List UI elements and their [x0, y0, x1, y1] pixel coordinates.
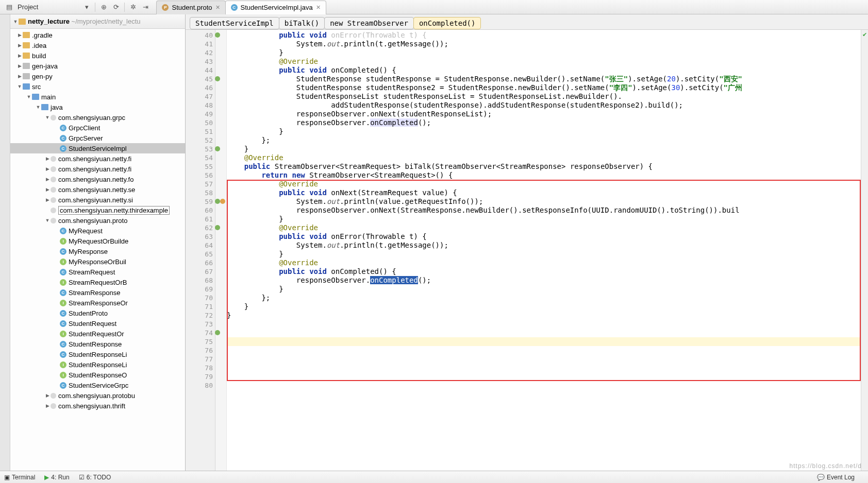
- line-number[interactable]: 55: [186, 162, 213, 171]
- implements-marker-icon[interactable]: [220, 199, 225, 204]
- tree-item[interactable]: CStreamRequest: [10, 267, 185, 277]
- line-number[interactable]: 56: [186, 171, 213, 180]
- tree-item[interactable]: ▶gen-py: [10, 71, 185, 81]
- event-log-button[interactable]: 💬 Event Log: [817, 474, 855, 481]
- line-number[interactable]: 45: [186, 75, 213, 83]
- project-root[interactable]: ▼ netty_lecture ~/myproject/netty_lectu: [10, 14, 185, 29]
- tree-item[interactable]: ▼main: [10, 92, 185, 102]
- tree-item[interactable]: IStreamResponseOr: [10, 298, 185, 308]
- tree-item[interactable]: CStudentServiceImpl: [10, 143, 185, 153]
- tree-item[interactable]: ▶com.shengsiyuan.netty.fo: [10, 174, 185, 184]
- chevron-icon[interactable]: ▶: [44, 393, 51, 398]
- breadcrumb-class[interactable]: StudentServiceImpl: [190, 17, 279, 29]
- line-number[interactable]: 48: [186, 101, 213, 110]
- line-number[interactable]: 61: [186, 215, 213, 223]
- line-number-gutter[interactable]: 4041424344454647484950515253545556575859…: [186, 30, 215, 471]
- chevron-icon[interactable]: ▼: [44, 218, 51, 223]
- tree-item[interactable]: ▶com.shengsiyuan.netty.fi: [10, 164, 185, 174]
- tree-item[interactable]: CStudentResponse: [10, 339, 185, 349]
- override-marker-icon[interactable]: [215, 199, 220, 204]
- tree-item[interactable]: com.shengsiyuan.netty.thirdexample: [10, 205, 185, 215]
- chevron-icon[interactable]: ▶: [16, 74, 23, 79]
- project-structure-icon[interactable]: ▤: [5, 3, 13, 11]
- line-number[interactable]: 49: [186, 110, 213, 118]
- breadcrumb-inner-method[interactable]: onCompleted(): [413, 17, 481, 29]
- close-icon[interactable]: ✕: [215, 4, 220, 11]
- line-number[interactable]: 60: [186, 206, 213, 215]
- chevron-icon[interactable]: ▶: [44, 187, 51, 192]
- chevron-icon[interactable]: ▶: [16, 43, 23, 48]
- tree-item[interactable]: CMyRequest: [10, 226, 185, 236]
- line-number[interactable]: 41: [186, 40, 213, 48]
- line-number[interactable]: 79: [186, 372, 213, 381]
- terminal-button[interactable]: ▣ Terminal: [4, 474, 35, 481]
- line-number[interactable]: 65: [186, 250, 213, 258]
- project-tree[interactable]: ▶.gradle▶.idea▶build▶gen-java▶gen-py▼src…: [10, 29, 185, 471]
- line-number[interactable]: 57: [186, 180, 213, 188]
- tree-item[interactable]: ▶com.shengsiyuan.netty.si: [10, 195, 185, 205]
- tree-item[interactable]: CStudentResponseLi: [10, 349, 185, 359]
- run-button[interactable]: ▶ 4: Run: [44, 474, 69, 481]
- tree-item[interactable]: ▶com.shengsiyuan.netty.fi: [10, 153, 185, 164]
- line-number[interactable]: 62: [186, 223, 213, 232]
- gear-icon[interactable]: ✲: [129, 3, 137, 11]
- tree-item[interactable]: ▶.gradle: [10, 30, 185, 40]
- todo-button[interactable]: ☑ 6: TODO: [79, 474, 111, 481]
- line-number[interactable]: 50: [186, 118, 213, 127]
- line-number[interactable]: 42: [186, 48, 213, 57]
- chevron-icon[interactable]: ▶: [16, 53, 23, 58]
- line-number[interactable]: 78: [186, 364, 213, 372]
- line-number[interactable]: 53: [186, 145, 213, 153]
- tree-item[interactable]: IStudentResponseLi: [10, 359, 185, 370]
- line-number[interactable]: 68: [186, 276, 213, 285]
- line-number[interactable]: 72: [186, 311, 213, 320]
- line-number[interactable]: 74: [186, 329, 213, 337]
- override-marker-icon[interactable]: [215, 146, 220, 151]
- line-number[interactable]: 67: [186, 267, 213, 276]
- chevron-icon[interactable]: ▶: [16, 32, 23, 38]
- chevron-icon[interactable]: ▶: [44, 166, 51, 171]
- tree-item[interactable]: ▼src: [10, 81, 185, 92]
- tree-item[interactable]: CStudentProto: [10, 308, 185, 318]
- tree-item[interactable]: ▼java: [10, 102, 185, 112]
- chevron-icon[interactable]: ▶: [44, 156, 51, 161]
- line-number[interactable]: 69: [186, 285, 213, 294]
- tree-item[interactable]: CStudentRequest: [10, 318, 185, 329]
- chevron-icon[interactable]: ▼: [16, 84, 23, 89]
- tree-item[interactable]: ▶com.shengsiyuan.netty.se: [10, 184, 185, 195]
- override-marker-icon[interactable]: [215, 32, 220, 38]
- line-number[interactable]: 80: [186, 381, 213, 390]
- target-icon[interactable]: ⊕: [99, 3, 108, 11]
- tab-student-proto[interactable]: P Student.proto ✕: [156, 1, 225, 14]
- tree-item[interactable]: CMyResponse: [10, 246, 185, 256]
- line-number[interactable]: 70: [186, 294, 213, 302]
- tab-studentserviceimpl[interactable]: C StudentServiceImpl.java ✕: [225, 1, 326, 14]
- tree-item[interactable]: ▼com.shengsiyuan.proto: [10, 215, 185, 226]
- chevron-icon[interactable]: ▼: [35, 105, 41, 110]
- line-number[interactable]: 64: [186, 241, 213, 250]
- line-number[interactable]: 52: [186, 136, 213, 145]
- line-number[interactable]: 66: [186, 258, 213, 267]
- tree-item[interactable]: CGrpcClient: [10, 123, 185, 133]
- tree-item[interactable]: ▶com.shengsiyuan.thrift: [10, 401, 185, 411]
- line-number[interactable]: 73: [186, 320, 213, 329]
- tree-item[interactable]: ▼com.shengsiyuan.grpc: [10, 112, 185, 123]
- chevron-icon[interactable]: ▼: [44, 115, 51, 120]
- breadcrumb-anon[interactable]: new StreamObserver: [324, 17, 414, 29]
- tree-item[interactable]: CStreamResponse: [10, 287, 185, 298]
- override-marker-icon[interactable]: [215, 225, 220, 230]
- line-number[interactable]: 43: [186, 57, 213, 66]
- tree-item[interactable]: ▶gen-java: [10, 61, 185, 71]
- line-number[interactable]: 40: [186, 31, 213, 40]
- tree-item[interactable]: IMyRequestOrBuilde: [10, 236, 185, 246]
- line-number[interactable]: 71: [186, 302, 213, 311]
- line-number[interactable]: 75: [186, 337, 213, 346]
- tree-item[interactable]: IStreamRequestOrB: [10, 277, 185, 287]
- project-toolwindow-label[interactable]: Project: [18, 3, 38, 11]
- line-number[interactable]: 47: [186, 92, 213, 101]
- line-number[interactable]: 54: [186, 153, 213, 162]
- chevron-icon[interactable]: ▼: [26, 94, 32, 99]
- line-number[interactable]: 59: [186, 197, 213, 206]
- override-marker-icon[interactable]: [215, 330, 220, 335]
- tree-item[interactable]: IMyResponseOrBuil: [10, 256, 185, 267]
